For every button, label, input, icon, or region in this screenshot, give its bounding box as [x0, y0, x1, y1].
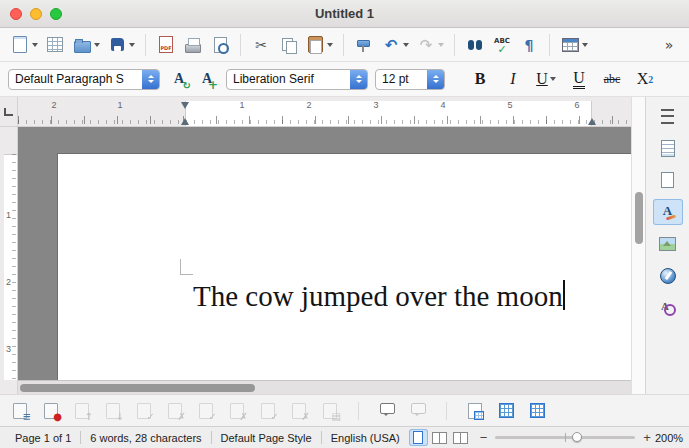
right-indent-marker[interactable] [588, 118, 596, 125]
undo-icon [381, 35, 401, 55]
underline-dropdown-arrow[interactable] [550, 77, 556, 81]
horizontal-scrollbar-thumb[interactable] [20, 384, 255, 392]
vertical-scrollbar-thumb[interactable] [635, 192, 643, 244]
zoom-slider[interactable] [495, 436, 635, 439]
save-button[interactable] [105, 33, 137, 57]
save-dropdown-arrow[interactable] [129, 43, 135, 47]
page-style-status[interactable]: Default Page Style [212, 432, 321, 444]
undo-dropdown-arrow[interactable] [403, 43, 409, 47]
toolbar-overflow-icon [659, 35, 679, 55]
styles-deck-button[interactable] [653, 199, 683, 225]
zoom-in-button[interactable]: + [639, 430, 655, 445]
track-changes-toolbar: ≡●↑↓✓✗✓✗✓✗▤ [0, 394, 689, 426]
print-button[interactable] [181, 33, 205, 57]
open-dropdown-arrow[interactable] [94, 43, 100, 47]
insert-table-button[interactable] [558, 33, 590, 57]
font-name-combobox[interactable]: Liberation Serif [226, 69, 368, 90]
copy-button[interactable] [276, 33, 300, 57]
single-page-view-button[interactable] [409, 429, 428, 446]
paste-dropdown-arrow[interactable] [327, 43, 333, 47]
bold-button[interactable]: B [467, 67, 493, 92]
sidebar-menu-button[interactable] [653, 103, 683, 129]
exchange-database-button[interactable] [494, 399, 518, 423]
new-document-dropdown-arrow[interactable] [32, 43, 38, 47]
vertical-scrollbar[interactable] [631, 97, 645, 394]
reject-all-track-changes-icon: ✗ [227, 401, 247, 421]
page-deck-button[interactable] [653, 167, 683, 193]
cut-button[interactable] [249, 33, 273, 57]
paragraph-style-value[interactable]: Default Paragraph S [9, 72, 142, 86]
show-track-changes-button[interactable]: ≡ [8, 399, 32, 423]
templates-button[interactable] [43, 33, 67, 57]
properties-deck-button[interactable] [653, 135, 683, 161]
titlebar: Untitled 1 [0, 0, 689, 28]
strikethrough-button[interactable]: abc [599, 67, 625, 92]
insert-table-dropdown-arrow[interactable] [582, 43, 588, 47]
multi-page-view-button[interactable] [430, 429, 449, 446]
mail-merge-button[interactable] [525, 399, 549, 423]
update-style-button[interactable] [167, 67, 191, 91]
font-size-combobox[interactable]: 12 pt [375, 69, 445, 90]
zoom-out-button[interactable]: − [476, 430, 492, 445]
zoom-level[interactable]: 200% [655, 432, 685, 444]
horizontal-scrollbar[interactable] [18, 380, 631, 394]
tab-stop-selector[interactable] [4, 108, 13, 116]
properties-deck-icon [658, 138, 678, 158]
find-and-replace-button[interactable] [463, 33, 487, 57]
language-status[interactable]: English (USA) [322, 432, 409, 444]
left-indent-marker[interactable] [181, 118, 189, 125]
zoom-slider-thumb[interactable] [572, 432, 582, 442]
accept-track-change-icon: ✓ [134, 401, 154, 421]
insert-comment-button[interactable] [375, 399, 399, 423]
font-size-value[interactable]: 12 pt [376, 72, 427, 86]
paragraph-style-combobox[interactable]: Default Paragraph S [8, 69, 160, 90]
horizontal-ruler: 2 1 1 2 3 4 5 6 [18, 97, 631, 126]
toolbar-separator [343, 34, 344, 56]
insert-field-button[interactable] [463, 399, 487, 423]
font-name-value[interactable]: Liberation Serif [227, 72, 350, 86]
previous-track-change-button: ↑ [70, 399, 94, 423]
gallery-deck-button[interactable] [653, 231, 683, 257]
libreoffice-writer-window: Untitled 1 Default Paragraph S Liberatio… [0, 0, 689, 448]
underline-button[interactable]: U [533, 67, 559, 92]
multi-page-view-icon [429, 428, 449, 448]
open-button[interactable] [70, 33, 102, 57]
print-icon [183, 35, 203, 55]
font-name-dropdown-button[interactable] [350, 70, 367, 89]
accept-all-track-changes-icon: ✓ [196, 401, 216, 421]
word-count-status[interactable]: 6 words, 28 characters [81, 432, 210, 444]
standard-toolbar [0, 28, 689, 62]
ruler-number: 6 [574, 100, 579, 110]
print-preview-button[interactable] [208, 33, 232, 57]
font-size-dropdown-button[interactable] [427, 70, 444, 89]
text-cursor [563, 280, 565, 310]
document-text[interactable]: The cow jumped over the moon [193, 280, 565, 313]
paste-button[interactable] [303, 33, 335, 57]
book-view-button[interactable] [451, 429, 470, 446]
navigator-deck-button[interactable] [653, 263, 683, 289]
redo-dropdown-arrow[interactable] [438, 43, 444, 47]
double-underline-button[interactable]: U [566, 67, 592, 92]
page-number-status[interactable]: Page 1 of 1 [6, 432, 80, 444]
undo-button[interactable] [379, 33, 411, 57]
new-style-button[interactable] [195, 67, 219, 91]
export-pdf-button[interactable] [154, 33, 178, 57]
superscript-button[interactable]: X2 [632, 67, 658, 92]
italic-button[interactable]: I [500, 67, 526, 92]
record-track-changes-button[interactable]: ● [39, 399, 63, 423]
first-line-indent-marker[interactable] [181, 102, 189, 109]
toolbar-separator [145, 34, 146, 56]
formatting-marks-button[interactable] [517, 33, 541, 57]
update-style-icon [169, 69, 189, 89]
accept-change-and-next-button: ✓ [256, 399, 280, 423]
style-inspector-deck-button[interactable] [653, 295, 683, 321]
spelling-button[interactable] [490, 33, 514, 57]
accept-change-and-next-icon: ✓ [258, 401, 278, 421]
toolbar-overflow-button[interactable] [657, 33, 681, 57]
reject-change-and-next-button: ✗ [287, 399, 311, 423]
clone-formatting-button[interactable] [352, 33, 376, 57]
view-layout-buttons [409, 429, 470, 446]
paragraph-style-dropdown-button[interactable] [142, 70, 159, 89]
new-document-button[interactable] [8, 33, 40, 57]
document-page[interactable]: The cow jumped over the moon [58, 154, 631, 380]
